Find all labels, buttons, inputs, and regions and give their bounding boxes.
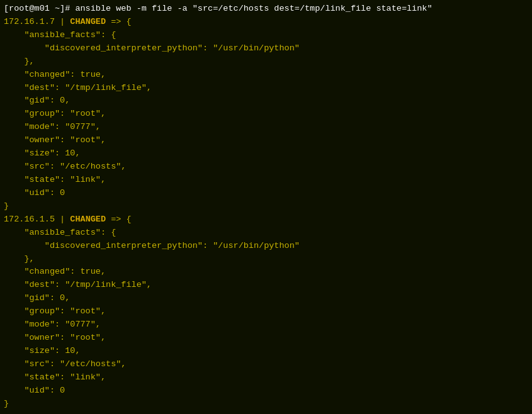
block1-discovered: "discovered_interpreter_python": "/usr/b… <box>4 42 528 55</box>
block2-ip: 172.16.1.5 <box>4 215 55 224</box>
block1-changed: CHANGED <box>70 17 106 26</box>
block1-owner: "owner": "root", <box>4 134 528 147</box>
block2-close: } <box>4 398 528 411</box>
block2-changed: "changed": true, <box>4 266 528 279</box>
block1-dest: "dest": "/tmp/link_file", <box>4 82 528 95</box>
block1-group: "group": "root", <box>4 108 528 121</box>
block2-owner: "owner": "root", <box>4 332 528 345</box>
block2-mode: "mode": "0777", <box>4 318 528 332</box>
block2-header: 172.16.1.5 | CHANGED => { <box>4 213 528 227</box>
block1-gid: "gid": 0, <box>4 94 528 108</box>
block2-arrow: => { <box>111 215 131 224</box>
block1-close: } <box>4 200 528 213</box>
block2-src: "src": "/etc/hosts", <box>4 358 528 371</box>
terminal-window: [root@m01 ~]# ansible web -m file -a "sr… <box>0 0 532 414</box>
block2-state: "state": "link", <box>4 371 528 384</box>
block2-gid: "gid": 0, <box>4 292 528 305</box>
block2-group: "group": "root", <box>4 305 528 318</box>
block2-ansible-facts-close: }, <box>4 253 528 266</box>
block2-changed: CHANGED <box>70 215 106 224</box>
block2-size: "size": 10, <box>4 345 528 358</box>
block1-ansible-facts-open: "ansible_facts": { <box>4 29 528 42</box>
prompt-line: [root@m01 ~]# ansible web -m file -a "sr… <box>4 3 528 16</box>
block2-discovered: "discovered_interpreter_python": "/usr/b… <box>4 240 528 253</box>
block2-dest: "dest": "/tmp/link_file", <box>4 279 528 292</box>
block1-mode: "mode": "0777", <box>4 121 528 134</box>
block1-ip: 172.16.1.7 <box>4 17 55 26</box>
block1-ansible-facts-close: }, <box>4 55 528 69</box>
block2-ansible-facts-open: "ansible_facts": { <box>4 227 528 240</box>
block1-arrow: => { <box>111 17 131 26</box>
block1-src: "src": "/etc/hosts", <box>4 160 528 174</box>
block1-uid: "uid": 0 <box>4 187 528 200</box>
block1-size: "size": 10, <box>4 147 528 160</box>
block1-header: 172.16.1.7 | CHANGED => { <box>4 16 528 29</box>
block1-state: "state": "link", <box>4 174 528 187</box>
block1-changed: "changed": true, <box>4 69 528 82</box>
block2-uid: "uid": 0 <box>4 384 528 398</box>
